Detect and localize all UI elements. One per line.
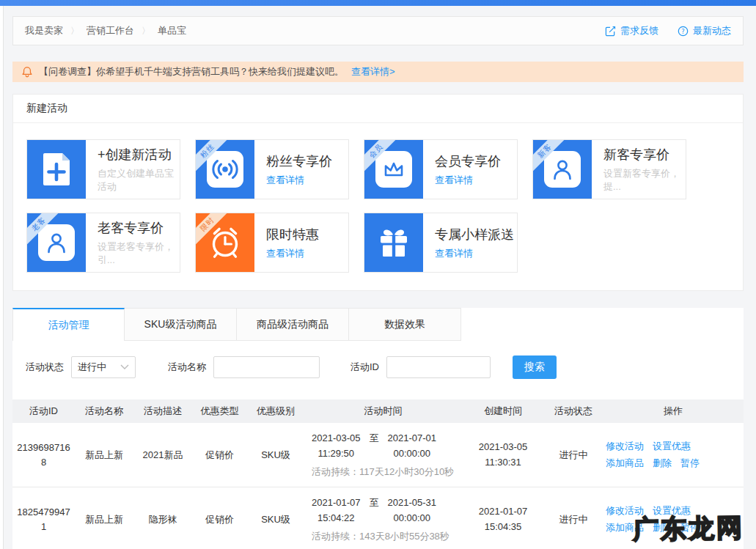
activity-time: 2021-03-05 11:29:50 至 2021-07-01 00:00:0… (304, 431, 462, 478)
edit-icon (605, 26, 616, 37)
news-label: 最新动态 (693, 24, 731, 37)
breadcrumb: 我是卖家 〉 营销工作台 〉 单品宝 (25, 24, 186, 37)
created-date: 2021-01-07 (462, 504, 544, 519)
alarm-clock-icon: 限时 (196, 213, 254, 272)
status-badge: 进行中 (544, 513, 603, 526)
activity-name-input[interactable] (213, 356, 320, 378)
page-left-edge (0, 6, 4, 549)
person-icon: 新客 (533, 140, 592, 199)
bell-icon (21, 66, 33, 78)
discount-type: 促销价 (192, 449, 247, 462)
col-header-type: 优惠类型 (192, 405, 247, 418)
view-details-link[interactable]: 查看详情 (435, 247, 514, 260)
to-label: 至 (370, 495, 379, 510)
col-header-level: 优惠级别 (247, 405, 304, 418)
breadcrumb-bar: 我是卖家 〉 营销工作台 〉 单品宝 需求反馈 ? (12, 16, 744, 45)
start-date: 2021-01-07 (312, 495, 361, 510)
fans-price-card[interactable]: 粉丝 粉丝专享价 查看详情 (195, 139, 349, 199)
start-time: 15:04:22 (312, 511, 361, 526)
card-title: +创建新活动 (98, 146, 180, 163)
activity-time: 2021-01-07 15:04:22 至 2021-05-31 00:00:0… (304, 495, 462, 542)
edit-activity-link[interactable]: 修改活动 (606, 441, 644, 452)
activity-name: 新品上新 (75, 449, 133, 462)
col-header-name: 活动名称 (75, 405, 133, 418)
breadcrumb-item-danpinbao: 单品宝 (158, 24, 186, 37)
add-item-link[interactable]: 添加商品 (606, 457, 644, 468)
member-price-card[interactable]: 会员 会员专享价 查看详情 (364, 139, 518, 199)
search-button[interactable]: 搜索 (513, 355, 557, 379)
status-select[interactable]: 进行中 (71, 356, 136, 378)
news-button[interactable]: ? 最新动态 (678, 24, 731, 37)
chevron-down-icon (120, 364, 129, 370)
card-title: 粉丝专享价 (266, 152, 332, 170)
card-title: 老客专享价 (98, 219, 180, 237)
tab-bar: 活动管理 SKU级活动商品 商品级活动商品 数据效果 (12, 308, 744, 341)
status-badge: 进行中 (544, 449, 603, 462)
banner-text: 【问卷调查】你希望手机千牛端支持营销工具吗？快来给我们提建议吧。 (39, 65, 344, 78)
view-details-link[interactable]: 查看详情 (435, 174, 501, 187)
limited-time-card[interactable]: 限时 限时特惠 查看详情 (195, 213, 349, 273)
sample-gift-card[interactable]: 专属小样派送 查看详情 (364, 213, 518, 273)
card-subtitle: 设置老客专享价，引... (98, 240, 180, 267)
site-watermark: 广东龙网 (633, 511, 745, 548)
view-details-link[interactable]: 查看详情 (266, 174, 332, 187)
breadcrumb-item-seller[interactable]: 我是卖家 (25, 24, 63, 37)
card-subtitle: 自定义创建单品宝活动 (98, 167, 180, 194)
activity-id-input[interactable] (386, 356, 491, 378)
card-title: 专属小样派送 (435, 226, 514, 243)
person-icon: 老客 (27, 213, 86, 272)
activity-cards: +创建新活动 自定义创建单品宝活动 粉丝 (13, 123, 743, 290)
discount-type: 促销价 (192, 513, 247, 526)
created-clock: 11:30:31 (462, 455, 544, 470)
tab-activity-management[interactable]: 活动管理 (12, 308, 125, 341)
activity-id: 18254799471 (12, 505, 75, 534)
delete-link[interactable]: 删除 (653, 457, 672, 468)
chevron-right-icon: 〉 (142, 25, 150, 37)
table-header-row: 活动ID 活动名称 活动描述 优惠类型 优惠级别 活动时间 创建时间 活动状态 … (12, 399, 744, 423)
survey-banner: 【问卷调查】你希望手机千牛端支持营销工具吗？快来给我们提建议吧。 查看详情> (12, 62, 744, 82)
old-customer-price-card[interactable]: 老客 老客专享价 设置老客专享价，引... (26, 213, 180, 273)
card-title: 新客专享价 (603, 146, 686, 163)
discount-level: SKU级 (247, 513, 304, 526)
start-date: 2021-03-05 (312, 431, 361, 446)
pause-link[interactable]: 暂停 (680, 457, 700, 468)
tab-data-results[interactable]: 数据效果 (349, 308, 461, 341)
created-date: 2021-03-05 (462, 440, 544, 454)
col-header-id: 活动ID (12, 405, 75, 418)
status-select-value: 进行中 (78, 361, 106, 374)
table-row: 21396987168 新品上新 2021新品 促销价 SKU级 2021-03… (12, 423, 744, 487)
status-label: 活动状态 (26, 361, 64, 374)
crown-icon: 会员 (364, 140, 423, 199)
col-header-created: 创建时间 (462, 405, 544, 418)
end-time: 00:00:00 (388, 511, 437, 526)
col-header-desc: 活动描述 (133, 405, 192, 418)
activity-id: 21396987168 (12, 441, 75, 469)
chevron-right-icon: 〉 (70, 25, 79, 37)
activity-name: 新品上新 (75, 513, 133, 526)
doc-plus-icon (27, 140, 86, 199)
end-time: 00:00:00 (388, 446, 437, 461)
start-time: 11:29:50 (312, 446, 361, 461)
new-activity-panel: 新建活动 +创建新活动 自定义创建单品宝活动 (12, 94, 744, 291)
activity-desc: 2021新品 (133, 449, 192, 462)
gift-icon (364, 213, 423, 272)
new-customer-price-card[interactable]: 新客 新客专享价 设置新客专享价，提... (532, 139, 686, 199)
to-label: 至 (370, 431, 379, 446)
new-activity-title: 新建活动 (13, 95, 743, 123)
breadcrumb-item-marketing[interactable]: 营销工作台 (87, 24, 134, 37)
set-discount-link[interactable]: 设置优惠 (653, 441, 691, 452)
filter-bar: 活动状态 进行中 活动名称 活动ID 搜索 (12, 341, 744, 392)
question-circle-icon: ? (678, 26, 689, 37)
create-activity-card[interactable]: +创建新活动 自定义创建单品宝活动 (26, 139, 180, 199)
feedback-button[interactable]: 需求反馈 (605, 24, 658, 37)
banner-details-link[interactable]: 查看详情> (351, 65, 395, 78)
activity-desc: 隐形袜 (133, 513, 192, 526)
card-title: 会员专享价 (435, 152, 501, 170)
discount-level: SKU级 (247, 449, 304, 462)
created-time: 2021-01-07 15:04:35 (462, 504, 544, 534)
view-details-link[interactable]: 查看详情 (266, 247, 319, 260)
broadcast-icon: 粉丝 (196, 140, 254, 199)
tab-sku-level-items[interactable]: SKU级活动商品 (125, 308, 237, 341)
tab-item-level-items[interactable]: 商品级活动商品 (237, 308, 349, 341)
created-clock: 15:04:35 (462, 520, 544, 534)
